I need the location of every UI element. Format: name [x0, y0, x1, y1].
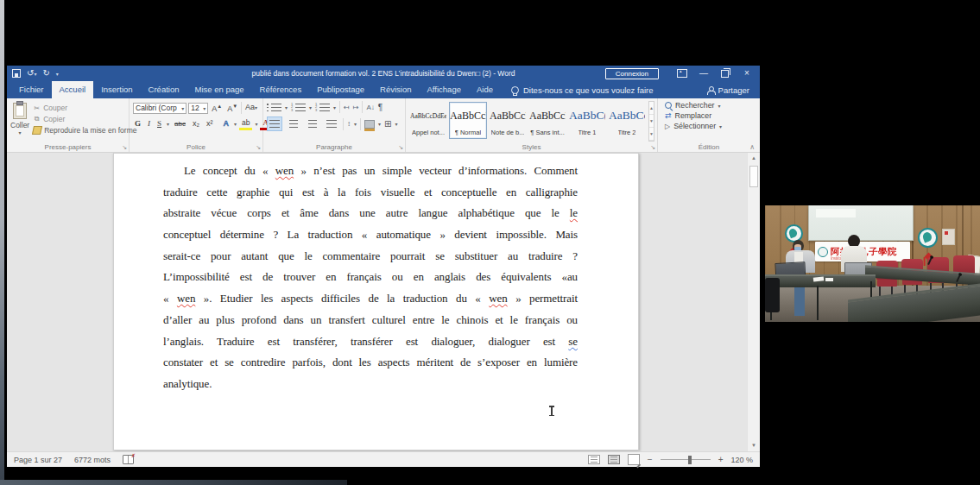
page-indicator[interactable]: Page 1 sur 27: [14, 456, 62, 464]
text-highlight-button[interactable]: ab: [240, 117, 251, 130]
tab-affichage[interactable]: Affichage: [420, 81, 469, 98]
vertical-scrollbar[interactable]: ▲ ▼: [747, 153, 760, 451]
paragraph-dialog-launcher-icon[interactable]: ↘: [398, 144, 403, 151]
banner-logo-icon: [818, 247, 828, 257]
format-painter-button[interactable]: Reproduire la mise en forme: [33, 126, 136, 135]
numbering-button[interactable]: [295, 104, 306, 111]
document-page[interactable]: Le concept du « wen » n’est pas un simpl…: [113, 153, 639, 450]
styles-scroll-up-icon[interactable]: ▲: [649, 102, 654, 115]
tab-insertion[interactable]: Insertion: [93, 81, 140, 98]
find-button[interactable]: Rechercher ▾: [665, 101, 756, 110]
align-right-button[interactable]: [305, 117, 320, 131]
subscript-button[interactable]: x₂: [191, 118, 201, 129]
minimize-button[interactable]: —: [693, 66, 714, 81]
line-spacing-button[interactable]: ↕: [347, 120, 351, 128]
font-dialog-launcher-icon[interactable]: ↘: [256, 144, 261, 151]
ribbon-display-options-icon[interactable]: [677, 69, 687, 78]
read-mode-view-icon[interactable]: [588, 455, 600, 464]
text-effects-button[interactable]: A: [221, 118, 231, 129]
increase-indent-icon[interactable]: ↦: [353, 104, 359, 111]
restore-button[interactable]: [721, 70, 729, 78]
text-segment: abstraite vécue corps et âme dans une au…: [163, 206, 570, 219]
decrease-indent-icon[interactable]: ↤: [344, 104, 350, 111]
font-size-combo[interactable]: 12▾: [188, 103, 208, 114]
text-segment: traduire cette graphie qui est à la fois…: [163, 186, 578, 198]
borders-icon[interactable]: ⊞: [384, 120, 391, 129]
zoom-in-icon[interactable]: +: [718, 455, 724, 464]
styles-scrollbar[interactable]: ▲ ▼ ▼: [648, 101, 654, 142]
tab-publipostage[interactable]: Publipostage: [309, 81, 372, 98]
paste-caret-icon[interactable]: ▾: [19, 129, 22, 135]
tab-mise-en-page[interactable]: Mise en page: [187, 81, 252, 98]
text-segment: l’anglais. Traduire est transférer, tran…: [163, 335, 568, 348]
cut-button[interactable]: ✂ Couper: [33, 104, 136, 112]
wall-plaque: [942, 229, 955, 245]
web-layout-view-icon[interactable]: [628, 454, 640, 465]
close-button[interactable]: ×: [737, 66, 757, 81]
font-name-combo[interactable]: Calibri (Corp▾: [133, 103, 187, 114]
ribbon: Coller ▾ ✂ Couper ⧉ Copier Reproduire la…: [7, 98, 760, 153]
style-sans-int[interactable]: AaBbCcD¶ Sans int...: [528, 102, 566, 139]
document-text: Le concept du « wen » n’est pas un simpl…: [163, 161, 578, 395]
bullets-button[interactable]: [271, 104, 281, 111]
style-normal[interactable]: AaBbCcD¶ Normal: [449, 102, 487, 139]
save-icon[interactable]: [12, 69, 21, 78]
search-icon: [665, 102, 672, 109]
group-paragraph: ▾ ▾ ▾ ↤ ↦ A↓ ¶ ↕▾ ▾ ⊞▾ Paragr: [263, 98, 406, 152]
change-case-button[interactable]: Aa▾: [243, 102, 259, 114]
text-segment: serait-ce pour autant que le commentaire…: [163, 249, 578, 262]
scrollbar-thumb[interactable]: [749, 166, 758, 187]
shading-bucket-icon[interactable]: [364, 120, 375, 129]
strikethrough-button[interactable]: abc: [173, 118, 187, 129]
scroll-up-icon[interactable]: ▲: [748, 153, 760, 164]
tell-me-box[interactable]: Dites-nous ce que vous voulez faire: [511, 81, 654, 98]
tab-aide[interactable]: Aide: [469, 81, 501, 98]
sort-icon[interactable]: A↓: [366, 104, 374, 111]
zoom-out-icon[interactable]: −: [648, 455, 653, 464]
grow-font-button[interactable]: A▲: [210, 101, 224, 115]
bold-button[interactable]: G: [133, 118, 142, 129]
style-appel-not[interactable]: AaBbCcDdEeAppel not...: [409, 102, 447, 139]
replace-button[interactable]: ⇄ Remplacer: [665, 111, 756, 120]
word-count[interactable]: 6772 mots: [74, 456, 111, 464]
styles-more-icon[interactable]: ▼: [649, 128, 654, 141]
text-segment: » n’est pas un simple vecteur d’informat…: [294, 164, 578, 177]
align-left-button[interactable]: [267, 117, 282, 131]
zoom-slider[interactable]: [661, 459, 711, 461]
customize-qat-icon[interactable]: ▾: [56, 71, 59, 77]
multilevel-list-button[interactable]: [319, 104, 330, 111]
select-button[interactable]: ▷ Sélectionner ▾: [665, 122, 756, 130]
spellcheck-blue-word: se: [568, 335, 578, 348]
style-titre-1[interactable]: AaBbC(Titre 1: [568, 102, 606, 139]
tab-fichier[interactable]: Fichier: [11, 81, 52, 98]
shrink-font-button[interactable]: A▼: [225, 101, 239, 115]
tab-accueil[interactable]: Accueil: [52, 81, 94, 98]
text-segment: Le concept du «: [184, 164, 275, 177]
clipboard-dialog-launcher-icon[interactable]: ↘: [122, 144, 127, 151]
justify-button[interactable]: [324, 117, 339, 131]
underline-button[interactable]: S: [155, 118, 163, 129]
redo-icon[interactable]: ↻: [42, 69, 49, 78]
styles-dialog-launcher-icon[interactable]: ↘: [650, 144, 655, 151]
zoom-slider-thumb[interactable]: [688, 456, 692, 464]
style-note-de-b[interactable]: AaBbCcDcNote de b...: [489, 102, 527, 139]
print-layout-view-icon[interactable]: [608, 455, 620, 464]
collapse-ribbon-icon[interactable]: ∧: [749, 143, 755, 151]
italic-button[interactable]: I: [146, 118, 152, 129]
undo-icon[interactable]: ↺▾: [27, 69, 36, 79]
proofing-book-icon[interactable]: [123, 455, 134, 464]
show-formatting-marks-button[interactable]: ¶: [378, 103, 383, 112]
tab-creation[interactable]: Création: [141, 81, 187, 98]
scroll-down-icon[interactable]: ▼: [748, 440, 760, 451]
tab-revision[interactable]: Révision: [372, 81, 419, 98]
copy-button[interactable]: ⧉ Copier: [33, 115, 136, 123]
superscript-button[interactable]: x²: [205, 118, 215, 129]
share-button[interactable]: Partager: [707, 81, 760, 98]
tab-references[interactable]: Références: [252, 81, 310, 98]
styles-scroll-down-icon[interactable]: ▼: [649, 115, 654, 128]
paste-button[interactable]: Coller ▾: [10, 101, 29, 142]
align-center-button[interactable]: [286, 117, 301, 131]
connexion-button[interactable]: Connexion: [605, 68, 659, 79]
style-titre-2[interactable]: AaBbCcETitre 2: [608, 102, 646, 139]
zoom-level[interactable]: 120 %: [730, 456, 753, 464]
